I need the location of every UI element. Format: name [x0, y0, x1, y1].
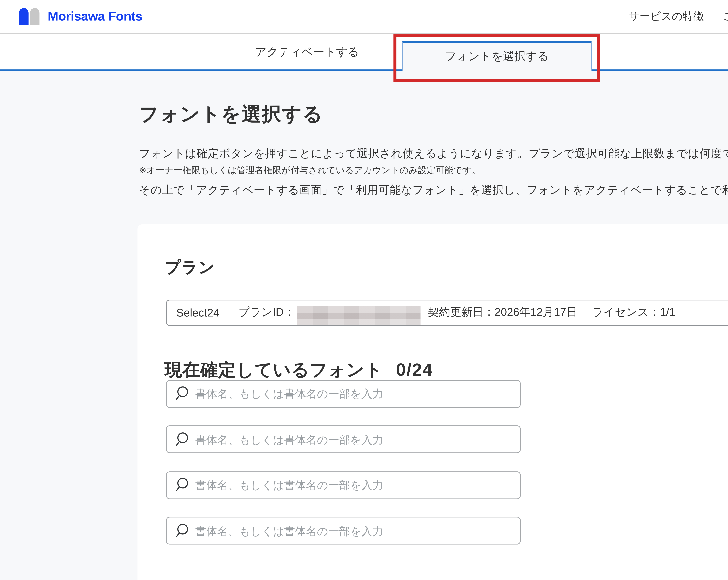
logo-mark-icon: [19, 8, 40, 25]
plan-select[interactable]: Select24 プランID： 契約更新日：2026年12月17日 ライセンス：…: [166, 299, 728, 326]
page: Morisawa Fonts サービスの特徴 ご利用ガイド フォントを探す プラ…: [0, 0, 728, 580]
search-icon: [176, 477, 189, 493]
search-icon: [176, 523, 189, 538]
nav-item-service-features[interactable]: サービスの特徴: [629, 9, 704, 23]
top-navbar: Morisawa Fonts サービスの特徴 ご利用ガイド フォントを探す プラ…: [0, 0, 728, 34]
instruction-text: その上で「アクティベートする画面」で「利用可能なフォント」を選択し、フォントをア…: [139, 183, 728, 195]
font-search-row: [166, 380, 521, 408]
font-search-input[interactable]: [195, 472, 520, 498]
plan-id-redacted: [297, 306, 421, 325]
plan-name: Select24: [176, 306, 219, 319]
tabbar-underline: [0, 70, 728, 71]
main-content: フォントを選択する フォントは確定ボタンを押すことによって選択され使えるようにな…: [0, 71, 728, 580]
confirmed-fonts-count: 0/24: [396, 359, 433, 380]
nav-item-user-guide[interactable]: ご利用ガイド: [723, 9, 728, 23]
plan-id-label: プランID：: [238, 305, 295, 320]
plan-heading: プラン: [164, 258, 728, 277]
main-nav: サービスの特徴 ご利用ガイド フォントを探す プラン一覧 コンシェルジュ: [629, 9, 728, 23]
font-search-row: [166, 471, 521, 499]
font-search-row: [166, 425, 521, 453]
plan-renewal-date: 契約更新日：2026年12月17日: [428, 305, 577, 320]
page-title: フォントを選択する: [139, 71, 728, 126]
search-icon: [176, 386, 189, 401]
logo-text: Morisawa Fonts: [48, 9, 142, 24]
search-icon: [176, 432, 189, 447]
screen-tabs: アクティベートする フォントを選択する: [0, 34, 728, 71]
intro-text: フォントは確定ボタンを押すことによって選択され使えるようになります。プランで選択…: [139, 146, 728, 159]
morisawa-fonts-logo[interactable]: Morisawa Fonts: [19, 8, 142, 25]
font-search-row: [166, 517, 521, 545]
plan-card: プラン Select24 プランID： 契約更新日：2026年12月17日 ライ…: [137, 224, 728, 580]
confirmed-fonts-heading-row: 現在確定しているフォント 0/24: [164, 359, 728, 380]
tab-select-fonts[interactable]: フォントを選択する: [402, 41, 592, 71]
tab-activate[interactable]: アクティベートする: [212, 34, 402, 71]
permission-note: ※オーナー権限もしくは管理者権限が付与されているアカウントのみ設定可能です。: [139, 165, 728, 175]
plan-license-count: ライセンス：1/1: [592, 305, 675, 320]
font-search-input[interactable]: [195, 380, 520, 407]
font-search-input[interactable]: [195, 518, 520, 544]
font-search-input[interactable]: [195, 426, 520, 452]
confirmed-fonts-heading: 現在確定しているフォント: [164, 359, 383, 380]
